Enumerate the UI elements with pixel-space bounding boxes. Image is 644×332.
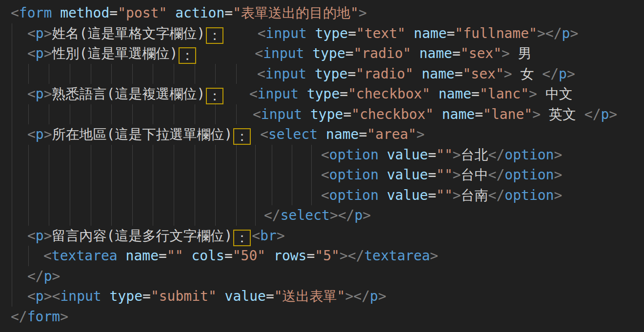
code-line[interactable]: <p>熟悉語言(這是複選欄位)： <input type="checkbox" … xyxy=(0,84,644,104)
code-token-attribute: rows xyxy=(274,248,306,264)
code-token-punctuation: </ xyxy=(264,207,281,223)
code-token-attribute: name xyxy=(126,248,159,264)
indent-guide xyxy=(215,145,216,165)
code-line[interactable]: <input type="checkbox" name="lane"> 英文 <… xyxy=(0,104,644,125)
indent-guide xyxy=(12,64,12,84)
code-line[interactable]: </p> xyxy=(0,266,644,287)
code-line[interactable]: <input type="radio" name="sex"> 女 </p> xyxy=(0,64,644,84)
indent-guide xyxy=(215,64,216,84)
code-token-operator: = xyxy=(266,288,274,304)
code-token-operator: = xyxy=(428,147,436,163)
indent-guide xyxy=(236,205,237,226)
code-token-punctuation: < xyxy=(27,86,36,102)
code-token-punctuation: < xyxy=(52,288,60,304)
code-token-punctuation: > xyxy=(453,187,461,203)
code-token-tag: textarea xyxy=(52,248,118,264)
indent-guide xyxy=(91,64,91,84)
indent-guide xyxy=(49,145,49,165)
code-token-whitespace xyxy=(307,25,315,41)
code-line[interactable]: <form method="post" action="表單送出的目的地"> xyxy=(0,3,644,23)
indent-guide xyxy=(91,185,91,206)
code-token-operator: = xyxy=(471,86,480,102)
code-token-attribute: name xyxy=(414,25,446,41)
code-token-whitespace xyxy=(430,86,439,102)
code-token-string: "5" xyxy=(315,248,340,264)
code-token-tag: option xyxy=(329,187,379,203)
code-token-punctuation: > xyxy=(44,228,52,244)
indent-guide xyxy=(111,104,112,125)
indent-guide xyxy=(12,266,12,287)
indent-guide xyxy=(255,185,256,206)
code-token-text: 性別(這是單選欄位) xyxy=(52,45,178,61)
indent-guide xyxy=(195,205,195,226)
code-token-string: "sex" xyxy=(463,66,503,82)
indent-guide xyxy=(311,185,312,206)
indent-guide xyxy=(28,246,29,266)
code-token-whitespace xyxy=(405,25,414,41)
code-token-tag: p xyxy=(354,207,362,223)
indent-guide xyxy=(292,165,292,185)
indent-guide xyxy=(49,185,49,206)
indent-guide xyxy=(153,104,153,125)
indent-guide xyxy=(12,205,12,226)
indent-guide xyxy=(153,64,153,84)
code-line[interactable]: <option value="">台中</option> xyxy=(0,165,644,185)
code-token-operator: = xyxy=(345,45,354,61)
code-token-punctuation: < xyxy=(321,147,329,163)
code-token-operator: = xyxy=(343,106,351,122)
code-token-whitespace xyxy=(379,147,387,163)
indent-guide xyxy=(215,104,216,125)
code-token-operator: = xyxy=(452,45,461,61)
code-line[interactable]: <p><input type="submit" value="送出表單"></p… xyxy=(0,286,644,307)
code-line[interactable]: <option value="">台北</option> xyxy=(0,145,644,165)
code-token-string: "radio" xyxy=(356,66,413,82)
code-token-operator: = xyxy=(447,25,455,41)
indent-guide xyxy=(195,165,195,185)
indent-guide xyxy=(12,43,12,64)
code-token-string: "fullname" xyxy=(455,25,537,41)
code-token-punctuation: ></ xyxy=(537,25,562,41)
code-token-text: 男 xyxy=(510,45,532,61)
code-token-punctuation: < xyxy=(260,126,268,142)
code-token-attribute: method xyxy=(60,5,109,21)
code-line[interactable]: <p>留言內容(這是多行文字欄位)：<br> xyxy=(0,226,644,246)
indent-guide xyxy=(174,205,174,226)
indent-guide xyxy=(49,205,49,226)
indent-guide xyxy=(49,165,49,185)
code-token-punctuation: ></ xyxy=(330,207,355,223)
indent-guide xyxy=(12,124,12,145)
unicode-highlight-colon: ： xyxy=(179,47,196,64)
code-line[interactable]: <p>姓名(這是單格文字欄位)： <input type="text" name… xyxy=(0,23,644,44)
indent-guide xyxy=(12,246,12,266)
code-token-tag: input xyxy=(266,25,307,41)
indent-guide xyxy=(174,64,174,84)
code-line[interactable]: <p>性別(這是單選欄位)： <input type="radio" name=… xyxy=(0,43,644,64)
code-token-tag: p xyxy=(36,25,44,41)
code-token-tag: p xyxy=(36,126,44,142)
code-editor[interactable]: <form method="post" action="表單送出的目的地"><p… xyxy=(0,0,644,332)
code-token-punctuation: > xyxy=(570,25,578,41)
code-token-operator: = xyxy=(340,86,348,102)
code-line[interactable]: <p>所在地區(這是下拉選單欄位)： <select name="area"> xyxy=(0,124,644,145)
code-token-text: 中文 xyxy=(537,86,573,102)
code-token-tag: p xyxy=(36,228,44,244)
code-line[interactable]: <option value="">台南</option> xyxy=(0,185,644,206)
code-token-punctuation: < xyxy=(27,288,36,304)
code-token-string: "text" xyxy=(356,25,405,41)
code-token-text: 所在地區(這是下拉選單欄位) xyxy=(52,126,233,142)
indent-guide xyxy=(49,104,49,125)
code-token-tag: input xyxy=(263,45,304,61)
code-token-punctuation: > xyxy=(504,66,512,82)
indent-guide xyxy=(12,23,12,44)
code-token-whitespace xyxy=(302,106,310,122)
code-token-operator: = xyxy=(109,5,118,21)
code-token-attribute: value xyxy=(225,288,266,304)
code-token-punctuation: > xyxy=(44,86,52,102)
code-token-punctuation: > xyxy=(430,248,438,264)
indent-guide xyxy=(195,145,195,165)
code-line[interactable]: </form> xyxy=(0,307,644,327)
code-line[interactable]: <textarea name="" cols="50" rows="5"></t… xyxy=(0,246,644,266)
indent-guide xyxy=(91,104,91,125)
code-line[interactable]: </select></p> xyxy=(0,205,644,226)
code-token-attribute: name xyxy=(439,86,471,102)
